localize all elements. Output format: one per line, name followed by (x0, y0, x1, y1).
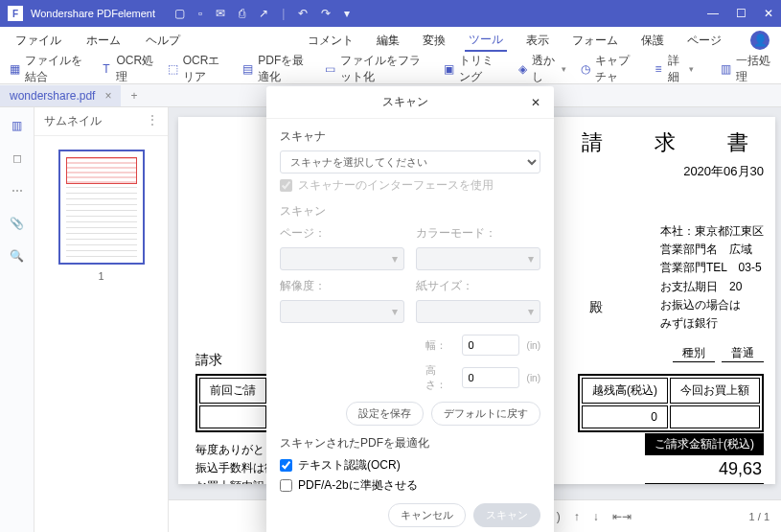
t2-c1: 越残高(税込) (582, 378, 668, 404)
color-label: カラーモード： (416, 225, 540, 242)
sidebar-comments-icon[interactable]: ⋯ (9, 182, 26, 199)
ocr-icon: T (102, 62, 112, 76)
tool-combine[interactable]: ▦ファイルを結合 (10, 53, 88, 85)
scan-label: スキャン (280, 203, 540, 220)
flatten-icon: ▭ (325, 62, 335, 76)
tool-optimize[interactable]: ▤PDFを最適化 (242, 53, 311, 85)
color-select: ▾ (416, 247, 540, 270)
menu-convert[interactable]: 変換 (419, 31, 449, 51)
pdfa-checkbox[interactable] (280, 479, 292, 492)
width-label: 幅： (425, 338, 454, 353)
menu-form[interactable]: フォーム (568, 31, 622, 51)
tool-batch[interactable]: ▥一括処理 (721, 53, 771, 85)
sidebar: ▥ ◻ ⋯ 📎 🔍 (0, 107, 34, 532)
doc-date: 2020年06月30 (582, 163, 764, 180)
page-thumbnail[interactable] (58, 150, 145, 265)
thumbs-menu-icon[interactable]: ⋮ (147, 113, 158, 129)
dialog-title: スキャン (280, 94, 531, 110)
menu-home[interactable]: ホーム (82, 31, 125, 51)
sidebar-thumbnails-icon[interactable]: ▥ (9, 117, 26, 134)
sidebar-bookmarks-icon[interactable]: ◻ (9, 150, 26, 167)
dropdown-icon[interactable]: ▾ (344, 7, 350, 20)
dialog-close-icon[interactable]: ✕ (531, 96, 540, 109)
doc-furikomi: お振込の場合は (660, 296, 764, 314)
maximize-icon[interactable]: ☐ (736, 7, 747, 20)
scanner-label: スキャナ (280, 128, 540, 145)
height-label: 高さ： (425, 363, 454, 392)
document-tab[interactable]: wondershare.pdf × (0, 85, 121, 106)
print-icon[interactable]: ⎙ (239, 7, 245, 20)
folder-icon[interactable]: ▢ (174, 7, 185, 20)
menu-help[interactable]: ヘルプ (142, 31, 184, 51)
ocr-checkbox[interactable] (280, 459, 292, 472)
scan-dialog: スキャン ✕ スキャナ スキャナを選択してください スキャナーのインターフェース… (266, 86, 554, 532)
save-settings-button[interactable]: 設定を保存 (346, 402, 424, 426)
doc-kubun-val: 普通 (722, 346, 764, 362)
tool-ocr[interactable]: TOCR処理 (102, 53, 154, 85)
tool-capture[interactable]: ◷キャプチャ (580, 53, 640, 85)
watermark-icon: ◈ (517, 62, 527, 76)
reset-default-button[interactable]: デフォルトに戻す (431, 402, 540, 426)
thumbnail-panel: サムネイル⋮ 1 (34, 107, 169, 532)
tab-close-icon[interactable]: × (104, 89, 111, 103)
ocr-area-icon: ⬚ (168, 62, 178, 76)
prev-page-icon[interactable]: ↑ (574, 510, 580, 523)
thumbs-header: サムネイル (44, 113, 102, 129)
page-select: ▾ (280, 247, 404, 270)
mail-icon[interactable]: ✉ (216, 7, 225, 20)
menu-protect[interactable]: 保護 (637, 31, 668, 51)
tool-ocr-area[interactable]: ⬚OCRエリア (168, 53, 230, 85)
doc-bank: みずほ銀行 (660, 314, 764, 333)
menu-file[interactable]: ファイル (11, 31, 65, 51)
t1-c1: 前回ご請 (199, 378, 266, 404)
paper-label: 紙サイズ： (416, 278, 540, 294)
tool-flatten[interactable]: ▭ファイルをフラット化 (325, 53, 430, 85)
app-title: Wondershare PDFelement (31, 8, 155, 19)
ocr-label: テキスト認識(OCR) (298, 457, 401, 474)
t2-v: 0 (582, 405, 668, 428)
titlebar-quick-actions: ▢ ▫ ✉ ⎙ ↗ | ↶ ↷ ▾ (174, 7, 350, 20)
menu-view[interactable]: 表示 (522, 31, 553, 51)
combine-icon: ▦ (10, 62, 20, 76)
doc-dept: 営業部門名 広域 (660, 241, 764, 259)
height-unit: (in) (527, 373, 540, 383)
page-indicator: 1 / 1 (749, 511, 770, 522)
optimize-label: スキャンされたPDFを最適化 (280, 435, 540, 451)
use-iface-label: スキャナーのインターフェースを使用 (298, 177, 494, 194)
next-page-icon[interactable]: ↓ (593, 510, 599, 523)
menu-comment[interactable]: コメント (304, 31, 357, 51)
sidebar-search-icon[interactable]: 🔍 (9, 247, 26, 265)
tool-details[interactable]: ≡詳細▾ (654, 53, 694, 85)
undo-icon[interactable]: ↶ (298, 7, 308, 20)
tab-label: wondershare.pdf (10, 89, 95, 103)
height-input[interactable]: 0 (462, 367, 519, 388)
save-icon[interactable]: ▫ (198, 7, 202, 20)
user-avatar-icon[interactable]: 👤 (750, 31, 770, 50)
sidebar-attachments-icon[interactable]: 📎 (9, 215, 26, 232)
menu-edit[interactable]: 編集 (373, 31, 403, 51)
menu-page[interactable]: ページ (683, 31, 725, 51)
thumb-page-number: 1 (98, 270, 103, 282)
page-label: ページ： (280, 225, 404, 242)
scan-button[interactable]: スキャン (473, 503, 540, 527)
toolbar: ▦ファイルを結合 TOCR処理 ⬚OCRエリア ▤PDFを最適化 ▭ファイルをフ… (0, 54, 781, 84)
width-input[interactable]: 0 (462, 335, 519, 356)
doc-left-lbl: 請求 (195, 352, 222, 369)
scanner-select[interactable]: スキャナを選択してください (280, 150, 540, 173)
redo-icon[interactable]: ↷ (321, 7, 331, 20)
doc-tel: 営業部門TEL 03-5 (660, 259, 764, 277)
tool-trim[interactable]: ▣トリミング (444, 53, 504, 85)
res-select: ▾ (280, 300, 404, 323)
menu-tool[interactable]: ツール (465, 30, 507, 52)
res-label: 解像度： (280, 278, 404, 294)
minimize-icon[interactable]: — (707, 7, 719, 20)
cancel-button[interactable]: キャンセル (388, 503, 466, 527)
fit-width-icon[interactable]: ⇤⇥ (612, 510, 632, 523)
share-icon[interactable]: ↗ (259, 7, 268, 20)
menubar: ファイル ホーム ヘルプ コメント 編集 変換 ツール 表示 フォーム 保護 ペ… (0, 27, 781, 54)
tool-watermark[interactable]: ◈透かし▾ (517, 53, 566, 85)
close-icon[interactable]: ✕ (764, 7, 773, 20)
new-tab-button[interactable]: + (121, 89, 147, 103)
doc-paydate: お支払期日 20 (660, 278, 764, 296)
paper-select: ▾ (416, 300, 540, 323)
